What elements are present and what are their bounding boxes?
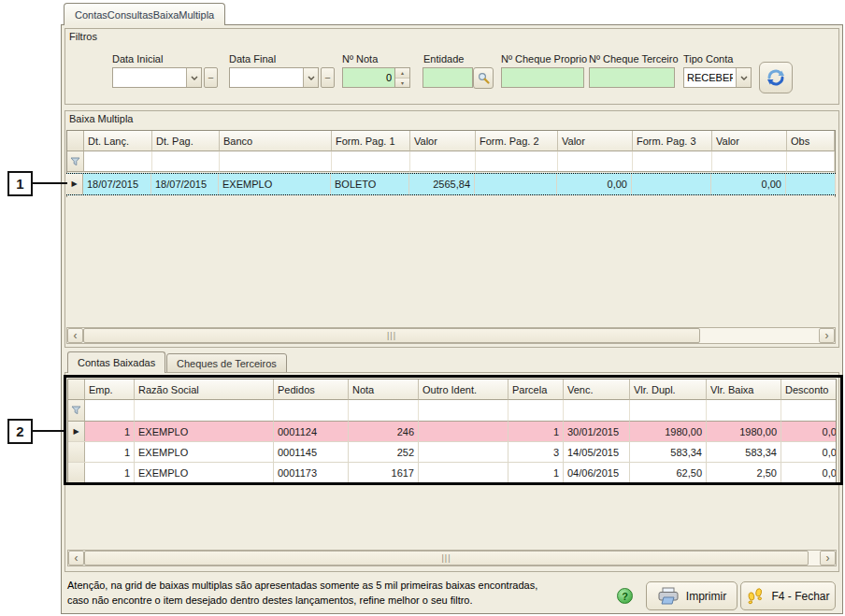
column-header[interactable]: Dt. Pag. [152,131,220,151]
cell-emp[interactable]: 1 [85,442,135,462]
column-header[interactable]: Desconto [781,380,837,400]
tipo-conta-dropdown-button[interactable] [736,68,751,87]
help-button[interactable]: ? [617,588,633,604]
cell-razao-social[interactable]: EXEMPLO [135,422,274,441]
cell-pedidos[interactable]: 0001124 [274,422,349,441]
cell-valor-3[interactable]: 0,00 [711,174,786,194]
grid1-hscrollbar[interactable]: ‹ ||| › [66,327,836,344]
column-header[interactable]: Valor [712,131,787,151]
cell-parcela[interactable]: 1 [508,422,564,441]
filter-cell[interactable] [135,400,274,422]
cell-venc[interactable]: 14/05/2015 [564,442,630,462]
nota-input[interactable] [343,68,394,87]
filter-cell[interactable] [558,151,633,172]
filter-cell[interactable] [274,400,349,422]
cell-dt-lanc[interactable]: 18/07/2015 [83,174,151,194]
cell-razao-social[interactable]: EXEMPLO [135,442,274,462]
cell-dt-pag[interactable]: 18/07/2015 [151,174,219,194]
column-header[interactable]: Pedidos [274,380,349,400]
table-row[interactable]: 1 EXEMPLO 0001173 1617 1 04/06/2015 62,5… [68,463,836,483]
cell-venc[interactable]: 30/01/2015 [564,422,630,441]
cell-pedidos[interactable]: 0001173 [274,463,349,482]
cell-form-pag-1[interactable]: BOLETO [331,174,409,194]
cheque-terceiro-field[interactable] [589,67,675,88]
cell-valor-1[interactable]: 2565,84 [409,174,475,194]
column-header[interactable]: Nota [349,380,419,400]
table-row[interactable]: 1 EXEMPLO 0001145 252 3 14/05/2015 583,3… [68,442,836,463]
data-final-clear-button[interactable]: − [321,67,335,88]
cheque-proprio-field[interactable] [501,67,584,88]
filter-cell[interactable] [476,151,558,172]
cheque-proprio-input[interactable] [502,68,583,87]
filter-cell[interactable] [349,400,419,422]
cell-vlr-dupl[interactable]: 583,34 [630,442,707,462]
filter-cell[interactable] [84,151,152,172]
cell-nota[interactable]: 1617 [349,463,419,482]
cell-desconto[interactable]: 0,00 [781,463,837,482]
cheque-terceiro-input[interactable] [590,68,674,87]
filter-cell[interactable] [332,151,410,172]
tipo-conta-value[interactable] [684,68,736,87]
tab-cheques-de-terceiros[interactable]: Cheques de Terceiros [166,353,287,373]
filter-cell[interactable] [630,400,707,422]
filter-cell[interactable] [781,400,837,422]
column-header[interactable]: Valor [558,131,633,151]
entidade-field[interactable] [422,67,473,88]
table-row[interactable]: ▶ 1 EXEMPLO 0001124 246 1 30/01/2015 198… [68,422,836,442]
cell-vlr-dupl[interactable]: 62,50 [630,463,707,482]
data-inicial-dropdown-button[interactable] [186,68,201,87]
cell-vlr-baixa[interactable]: 2,50 [707,463,781,482]
column-header[interactable]: Parcela [508,380,564,400]
filter-funnel-button[interactable] [68,400,85,422]
filter-funnel-button[interactable] [67,151,84,172]
filter-cell[interactable] [508,400,564,422]
cell-banco[interactable]: EXEMPLO [219,174,331,194]
data-inicial-input[interactable] [113,68,186,87]
filter-cell[interactable] [410,151,476,172]
column-header[interactable]: Form. Pag. 1 [332,131,410,151]
spin-down-icon[interactable]: ▾ [395,79,409,88]
cell-venc[interactable]: 04/06/2015 [564,463,630,482]
data-final-input[interactable] [230,68,303,87]
column-header[interactable]: Obs [787,131,835,151]
column-header[interactable]: Razão Social [135,380,274,400]
tab-contasconsultasbaixamultipla[interactable]: ContasConsultasBaixaMultipla [64,3,225,25]
scrollbar-thumb[interactable]: ||| [84,551,809,566]
filter-cell[interactable] [85,400,135,422]
column-header[interactable]: Venc. [564,380,630,400]
nota-field[interactable] [342,67,395,88]
refresh-button[interactable] [759,62,793,93]
cell-vlr-dupl[interactable]: 1980,00 [630,422,707,441]
cell-pedidos[interactable]: 0001145 [274,442,349,462]
scrollbar-track[interactable]: ||| [83,328,819,343]
tipo-conta-combo[interactable] [683,67,752,88]
column-header[interactable]: Emp. [85,380,135,400]
cell-obs[interactable] [786,174,836,194]
cell-outro-ident[interactable] [419,463,508,482]
data-inicial-clear-button[interactable]: − [204,67,218,88]
entidade-search-button[interactable] [473,67,494,89]
cell-form-pag-3[interactable] [632,174,711,194]
cell-desconto[interactable]: 0,00 [781,442,837,462]
column-header[interactable]: Dt. Lanç. [84,131,152,151]
entidade-input[interactable] [423,68,472,87]
filter-cell[interactable] [712,151,787,172]
grid2-hscrollbar[interactable]: ‹ ||| › [67,550,837,566]
column-header[interactable]: Banco [220,131,332,151]
column-header[interactable]: Valor [410,131,476,151]
cell-vlr-baixa[interactable]: 1980,00 [707,422,781,441]
spin-up-icon[interactable]: ▴ [395,68,409,79]
cell-vlr-baixa[interactable]: 583,34 [707,442,781,462]
cell-valor-2[interactable]: 0,00 [557,174,632,194]
data-final-dropdown-button[interactable] [303,68,318,87]
scrollbar-track[interactable]: ||| [84,551,820,566]
cell-parcela[interactable]: 3 [508,442,564,462]
cell-parcela[interactable]: 1 [508,463,564,482]
f4-fechar-button[interactable]: F4 - Fechar [740,581,836,610]
column-header[interactable]: Form. Pag. 3 [633,131,712,151]
data-final-field[interactable] [229,67,319,88]
filter-cell[interactable] [152,151,220,172]
tab-contas-baixadas[interactable]: Contas Baixadas [67,351,165,373]
column-header[interactable]: Form. Pag. 2 [476,131,558,151]
filter-cell[interactable] [564,400,630,422]
